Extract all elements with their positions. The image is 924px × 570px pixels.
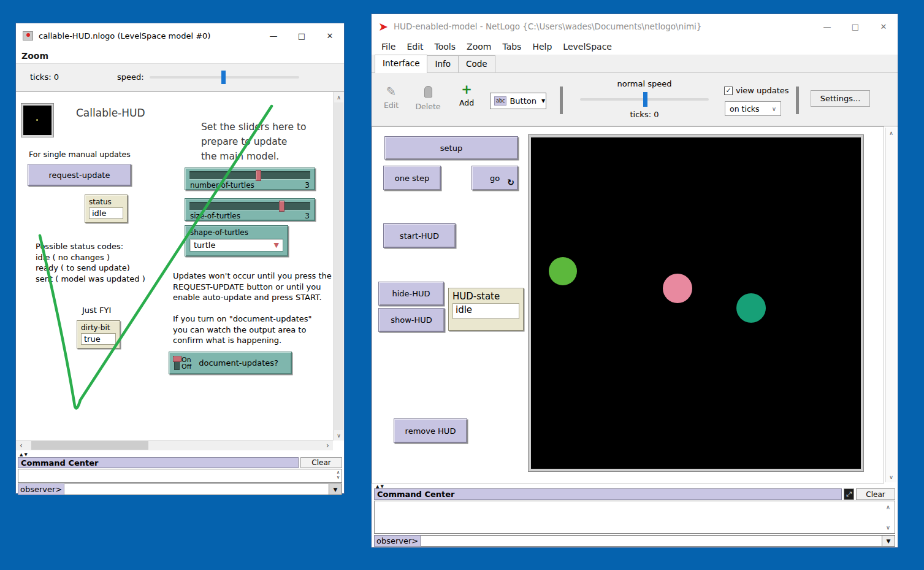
scroll-left-icon[interactable]: ‹: [16, 441, 26, 450]
menu-edit[interactable]: Edit: [401, 42, 429, 52]
edit-tool-label: Edit: [378, 101, 405, 110]
number-of-turtles-slider[interactable]: number-of-turtles 3: [185, 168, 315, 190]
world-view[interactable]: [529, 135, 863, 471]
mini-view-turtle-dot: [36, 119, 38, 121]
right-vertical-scrollbar[interactable]: ∧ ∨: [885, 128, 896, 482]
one-step-button[interactable]: one step: [383, 166, 441, 190]
hide-hud-button[interactable]: hide-HUD: [378, 282, 444, 306]
document-updates-switch[interactable]: On Off document-updates?: [169, 352, 292, 374]
size-of-turtles-slider[interactable]: size-of-turtles 3: [185, 198, 315, 221]
right-clear-button[interactable]: Clear: [856, 488, 895, 500]
switch-off-label: Off: [181, 363, 191, 370]
left-interface-area: Callable-HUD For single manual updates r…: [16, 91, 344, 450]
tab-info[interactable]: Info: [427, 55, 459, 72]
note-manual-updates: For single manual updates: [29, 150, 131, 159]
scroll-down-icon[interactable]: ∨: [886, 472, 896, 482]
menu-file[interactable]: File: [376, 42, 401, 52]
remove-hud-button[interactable]: remove HUD: [394, 418, 467, 443]
popout-button[interactable]: ⤢: [844, 488, 854, 500]
left-command-input[interactable]: [64, 483, 329, 495]
levelspace-model-window: callable-HUD.nlogo (LevelSpace model #0)…: [15, 23, 345, 494]
left-splitter-handle[interactable]: ▲▼: [20, 452, 29, 457]
tab-interface[interactable]: Interface: [375, 55, 427, 73]
number-of-turtles-thumb[interactable]: [256, 170, 261, 181]
scroll-up-icon[interactable]: ∧: [886, 128, 896, 138]
left-history-dropdown-icon[interactable]: ▼: [329, 483, 342, 495]
left-clear-button[interactable]: Clear: [300, 457, 342, 468]
model-icon-dot: [26, 33, 30, 37]
scroll-right-icon[interactable]: ›: [323, 441, 333, 450]
output-scroll-icons[interactable]: ∧∨: [337, 470, 340, 480]
checkbox-check-icon: ✓: [724, 87, 733, 95]
hud-state-monitor: HUD-state idle: [448, 288, 524, 331]
update-mode-select[interactable]: on ticks ∨: [725, 101, 781, 116]
number-of-turtles-track[interactable]: [189, 171, 310, 179]
menu-tabs[interactable]: Tabs: [497, 42, 527, 52]
show-hud-button[interactable]: show-HUD: [378, 308, 445, 332]
start-hud-button-label: start-HUD: [400, 231, 439, 241]
dirty-bit-monitor-value: true: [81, 333, 116, 345]
left-menubar: Zoom: [16, 48, 344, 64]
view-updates-checkbox[interactable]: ✓ view updates: [724, 86, 789, 95]
note-set-sliders-line: prepare to update: [201, 134, 307, 149]
left-command-output[interactable]: ∧∨: [18, 469, 342, 483]
right-history-dropdown-icon[interactable]: ▼: [882, 535, 895, 547]
setup-button[interactable]: setup: [384, 136, 518, 160]
left-vertical-scrollbar[interactable]: ∧ ∨: [333, 92, 344, 441]
menu-help[interactable]: Help: [527, 42, 557, 52]
left-speed-slider-thumb[interactable]: [221, 71, 226, 84]
menu-tools[interactable]: Tools: [429, 42, 462, 52]
maximize-icon[interactable]: □: [288, 23, 316, 48]
left-vscroll-thumb[interactable]: [334, 102, 343, 430]
update-mode-value: on ticks: [730, 104, 760, 114]
world-view-svg: [531, 137, 861, 469]
left-titlebar[interactable]: callable-HUD.nlogo (LevelSpace model #0)…: [16, 23, 344, 48]
edit-tool[interactable]: ✎ Edit: [378, 84, 405, 110]
document-updates-switch-label: document-updates?: [199, 358, 278, 368]
switch-on-label: On: [181, 356, 191, 363]
left-hscroll-thumb[interactable]: [31, 441, 148, 450]
right-command-input[interactable]: [421, 535, 882, 547]
close-icon[interactable]: ✕: [869, 14, 898, 39]
tab-code[interactable]: Code: [458, 55, 495, 72]
widget-type-value: Button: [510, 96, 536, 106]
menu-levelspace[interactable]: LevelSpace: [557, 42, 617, 52]
scroll-up-icon[interactable]: ∧: [334, 92, 344, 102]
start-hud-button[interactable]: start-HUD: [383, 223, 456, 248]
delete-tool[interactable]: Delete: [414, 84, 441, 111]
go-button-label: go: [490, 174, 500, 183]
turtle-circle: [549, 257, 577, 285]
maximize-icon[interactable]: □: [841, 14, 869, 39]
left-observer-prompt: observer>: [18, 483, 64, 495]
shape-of-turtles-dropdown[interactable]: turtle ▼: [189, 239, 283, 252]
left-speed-label: speed:: [117, 72, 144, 82]
output-scroll-up-icon[interactable]: ∧: [886, 504, 892, 510]
switch-knob[interactable]: [173, 356, 181, 362]
setup-button-label: setup: [440, 144, 462, 153]
menu-zoom[interactable]: Zoom: [16, 51, 54, 61]
left-horizontal-scrollbar[interactable]: ‹ ›: [16, 440, 333, 450]
settings-button[interactable]: Settings...: [811, 90, 870, 107]
right-titlebar[interactable]: ➤ HUD-enabled-model - NetLogo {C:\Users\…: [372, 14, 898, 39]
turtle-circle: [736, 293, 766, 323]
minimize-icon[interactable]: —: [813, 14, 841, 39]
minimize-icon[interactable]: —: [259, 23, 288, 48]
left-window-title: callable-HUD.nlogo (LevelSpace model #0): [39, 31, 210, 40]
speed-slider-thumb[interactable]: [643, 92, 647, 107]
switch-track[interactable]: [174, 356, 180, 370]
add-tool[interactable]: ＋ Add: [453, 82, 480, 107]
shape-of-turtles-chooser[interactable]: shape-of-turtles turtle ▼: [185, 225, 288, 256]
hud-state-monitor-label: HUD-state: [452, 291, 519, 302]
right-command-output[interactable]: ∧ ∨: [374, 501, 895, 534]
scroll-down-icon[interactable]: ∨: [334, 430, 344, 441]
size-of-turtles-thumb[interactable]: [279, 201, 284, 212]
output-scroll-down-icon[interactable]: ∨: [886, 524, 892, 531]
status-codes-line: idle ( no changes ): [36, 252, 145, 263]
close-icon[interactable]: ✕: [316, 23, 344, 48]
size-of-turtles-track[interactable]: [189, 202, 310, 210]
request-update-label: request-update: [49, 171, 110, 180]
go-button[interactable]: go ↻: [472, 166, 518, 190]
menu-zoom[interactable]: Zoom: [461, 42, 497, 52]
widget-type-select[interactable]: abc Button ▼: [490, 93, 546, 109]
request-update-button[interactable]: request-update: [28, 164, 131, 186]
